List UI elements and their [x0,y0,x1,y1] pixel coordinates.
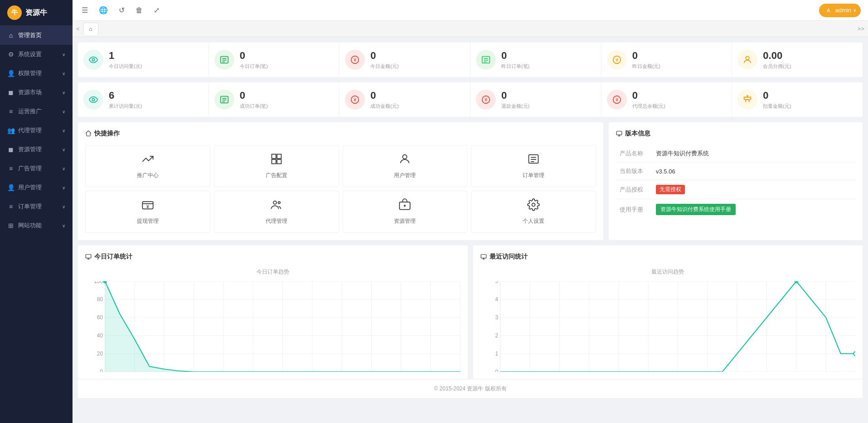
user-mgmt-label: 用户管理 [394,172,416,179]
collapse-icon[interactable]: ☰ [80,4,90,16]
deduct-amount-icon [737,90,757,110]
yesterday-order-label: 昨日订单(笔) [501,63,529,70]
sidebar-label-ad: 广告管理 [18,164,42,173]
action-personal-settings[interactable]: 个人设置 [471,191,596,233]
stat-member-commission: 0.00 会员分佣(元) [732,43,863,77]
withdraw-label: 提现管理 [137,217,159,225]
ad-config-label: 广告配置 [266,172,287,179]
bottom-section: 今日订单统计 今日订单趋势 0 [78,245,863,379]
success-amount-icon: ¥ [345,90,365,110]
personal-settings-icon [527,198,540,214]
svg-rect-27 [277,154,281,159]
svg-point-39 [278,202,280,204]
agent-arrow: ∨ [62,128,65,133]
expand-icon[interactable]: ⤢ [152,4,161,16]
sidebar-label-resource: 资源管理 [18,145,42,154]
site-icon: ⊞ [7,222,15,229]
no-auth-badge: 无需授权 [656,185,685,194]
action-agent-mgmt[interactable]: 代理管理 [214,191,339,233]
svg-point-30 [403,155,407,159]
visit-chart-subtitle-bar: 最近访问趋势 [480,268,856,276]
stat-today-order: 0 今日订单(笔) [209,43,340,77]
order-mgmt-label: 订单管理 [523,172,544,179]
sidebar-logo: 牛 资源牛 [0,0,73,26]
svg-text:¥: ¥ [353,57,357,62]
quick-actions-panel: 快捷操作 推广中心 广告配置 [78,122,603,240]
svg-point-106 [853,352,855,356]
svg-rect-26 [272,154,276,159]
promotion-label: 推广中心 [137,172,159,179]
sidebar-item-system[interactable]: ⚙ 系统设置 ∨ [0,45,73,64]
tab-home[interactable]: ⌂ [83,23,98,35]
visit-chart-svg: 0 1 2 3 4 5 [480,281,856,372]
svg-text:20: 20 [97,351,103,357]
refresh-icon[interactable]: ↺ [117,4,126,16]
manual-link[interactable]: 资源牛知识付费系统使用手册 [656,204,736,215]
today-visit-icon [83,50,103,70]
ad-arrow: ∨ [62,166,65,171]
stat-success-amount: ¥ 0 成功金额(元) [339,82,470,117]
stat-agent-balance: ¥ 0 代理总余额(元) [601,82,732,117]
resource-arrow: ∨ [62,147,65,152]
content-area: 1 今日访问量(次) 0 今日订单(笔) ¥ 0 今日金额 [73,37,868,423]
promotion-icon [141,153,154,168]
sidebar-item-market[interactable]: ◼ 资源市场 ∨ [0,83,73,102]
operation-icon: ≡ [7,108,15,115]
action-resource-mgmt[interactable]: 资源管理 [343,191,468,233]
sidebar-item-order[interactable]: ≡ 订单管理 ∨ [0,197,73,216]
svg-rect-28 [277,159,281,163]
sidebar-label-market: 资源市场 [18,88,42,96]
stat-total-visit: 6 累计访问量(次) [78,82,209,117]
deduct-amount-label: 扣量金额(元) [763,103,791,110]
sidebar-item-permission[interactable]: 👤 权限管理 ∨ [0,64,73,83]
sidebar-item-home[interactable]: ⌂ 管理首页 [0,26,73,45]
agent-icon: 👥 [7,127,15,134]
stat-deduct-amount: 0 扣量金额(元) [732,82,863,117]
delete-icon[interactable]: 🗑 [134,5,145,16]
action-user-mgmt[interactable]: 用户管理 [343,145,468,187]
admin-button[interactable]: A admin ∨ [819,4,861,17]
today-order-value: 0 [240,50,268,62]
version-val-manual: 资源牛知识付费系统使用手册 [652,199,855,220]
yesterday-amount-label: 昨日金额(元) [632,63,660,70]
sidebar-item-operation[interactable]: ≡ 运营推广 ∨ [0,102,73,121]
sidebar: 牛 资源牛 ⌂ 管理首页 ⚙ 系统设置 ∨ 👤 权限管理 ∨ ◼ 资源市场 ∨ … [0,0,73,423]
svg-text:¥: ¥ [353,97,357,102]
action-ad-config[interactable]: 广告配置 [214,145,339,187]
action-order-mgmt[interactable]: 订单管理 [471,145,596,187]
version-row-current-version: 当前版本 v3.5.06 [616,163,855,180]
action-grid: 推广中心 广告配置 用户管理 [85,145,596,233]
stat-success-order: 0 成功订单(笔) [209,82,340,117]
sidebar-item-resource[interactable]: ◼ 资源管理 ∨ [0,140,73,159]
tab-left-arrow[interactable]: < [76,25,80,32]
action-withdraw[interactable]: ¥ 提现管理 [85,191,210,233]
sidebar-label-system: 系统设置 [18,50,42,58]
total-visit-icon [83,90,103,110]
version-info-title: 版本信息 [616,130,855,138]
sidebar-label-agent: 代理管理 [18,126,42,135]
footer: © 2015-2024 资源牛 版权所有 [78,379,863,398]
sidebar-item-agent[interactable]: 👥 代理管理 ∨ [0,121,73,140]
refund-amount-label: 退款金额(元) [501,103,529,110]
globe-icon[interactable]: 🌐 [97,4,110,16]
sidebar-item-ad[interactable]: ≡ 广告管理 ∨ [0,159,73,178]
sidebar-item-user[interactable]: 👤 用户管理 ∨ [0,178,73,197]
version-key-current-version: 当前版本 [616,163,652,180]
order-icon: ≡ [7,203,15,210]
sidebar-item-site[interactable]: ⊞ 网站功能 ∨ [0,216,73,235]
logo-icon: 牛 [7,5,22,20]
tab-right-arrow[interactable]: >> [858,25,864,32]
svg-text:2: 2 [495,332,498,339]
agent-balance-icon: ¥ [607,90,627,110]
permission-arrow: ∨ [62,71,65,76]
stat-yesterday-amount: ¥ 0 昨日金额(元) [601,43,732,77]
market-arrow: ∨ [62,90,65,95]
visit-chart-area: 0 1 2 3 4 5 [480,281,856,372]
svg-point-38 [273,201,276,204]
user-mgmt-icon [398,153,411,168]
version-table: 产品名称 资源牛知识付费系统 当前版本 v3.5.06 产品授权 无需授权 [616,145,855,220]
visit-chart-title: 最近访问统计 [480,253,856,261]
quick-actions-title: 快捷操作 [85,130,596,138]
action-promotion[interactable]: 推广中心 [85,145,210,187]
order-chart-panel: 今日订单统计 今日订单趋势 0 [78,245,468,379]
